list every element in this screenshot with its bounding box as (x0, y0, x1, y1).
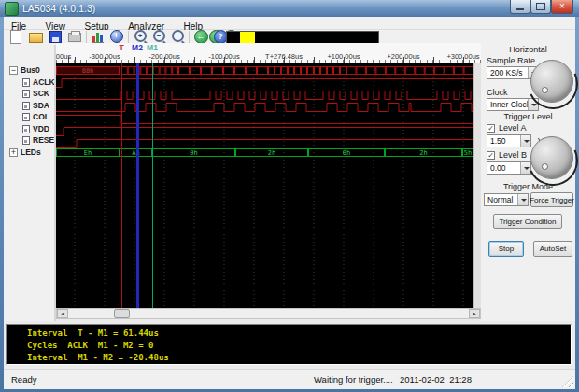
bus-segment-bus0 (275, 67, 281, 75)
signal-icon (22, 113, 30, 121)
tree-label: SCK (33, 89, 49, 98)
save-icon[interactable] (48, 30, 63, 44)
collapse-icon[interactable]: − (9, 66, 18, 75)
level-b-checkbox[interactable]: ✓ (487, 151, 495, 160)
level-a-label: Level A (499, 123, 527, 133)
window-title: LA5034 (4.0.1.3) (22, 3, 95, 14)
autoset-button[interactable]: AutoSet (533, 241, 572, 257)
tree-item-vdd[interactable]: VDD (22, 123, 49, 134)
bus-segment-bus0 (173, 67, 178, 75)
tree-item-sck[interactable]: SCK (22, 88, 49, 99)
horizontal-scrollbar[interactable]: ◄ ► (56, 308, 481, 319)
maximize-button[interactable] (530, 0, 551, 14)
bus-segment-bus0 (153, 67, 159, 75)
trigger-condition-button[interactable]: Trigger Condition (493, 214, 562, 229)
cursor-t[interactable] (121, 63, 122, 308)
horizontal-group-title: Horizontal (481, 45, 575, 54)
bus-segment-bus0 (258, 67, 268, 75)
tree-item-bus0[interactable]: − Bus0 (9, 64, 40, 76)
ruler-label: T+276.48us (265, 52, 303, 61)
ruler-label: -300.00us (89, 52, 120, 61)
level-a-value: 1.50 (490, 136, 506, 146)
bus-value-label: 0h (190, 149, 197, 157)
tree-label: ACLK (33, 77, 55, 87)
measurement-panel: Interval T - M1 = 61.44us Cycles ACLK M1… (6, 324, 572, 365)
cursor-m2[interactable] (136, 63, 139, 308)
cursor-m1[interactable] (152, 63, 153, 308)
minimize-button[interactable] (510, 0, 530, 14)
clock-icon[interactable] (109, 30, 124, 44)
expand-icon[interactable]: + (9, 148, 18, 157)
toolbar-separator (189, 31, 190, 43)
bus-segment-bus0 (122, 67, 128, 75)
trigger-mode-value: Normal (487, 195, 513, 204)
toolbar-separator (86, 31, 87, 43)
scroll-right-icon: ► (472, 311, 477, 316)
resize-grip[interactable] (562, 376, 573, 387)
level-b-select[interactable]: 0.00 (487, 161, 531, 175)
signal-icon (22, 102, 30, 110)
zoom-out-icon[interactable]: − (151, 30, 166, 44)
marker-m2-label[interactable]: M2 (132, 43, 143, 52)
bus-segment-bus0 (376, 67, 385, 75)
trigger-level-group-title: Trigger Level (481, 112, 575, 121)
tree-label: COI (33, 112, 47, 121)
close-button[interactable]: × (551, 0, 573, 14)
tree-item-leds[interactable]: + LEDs (9, 147, 41, 158)
bus-segment-bus0 (445, 67, 453, 75)
status-ready: Ready (11, 374, 36, 385)
level-a-select[interactable]: 1.50 (487, 134, 531, 147)
open-file-icon[interactable] (28, 30, 43, 44)
chart-icon[interactable] (91, 30, 106, 44)
scroll-thumb[interactable] (114, 309, 130, 318)
clock-select[interactable]: Inner Clock (487, 98, 539, 111)
scroll-right-button[interactable]: ► (469, 309, 480, 318)
marker-row: TM2M1 (56, 43, 481, 52)
bus-segment-bus0 (269, 67, 275, 75)
stop-button[interactable]: Stop (488, 241, 524, 257)
tree-label: VDD (33, 124, 49, 133)
vertical-scrollbar[interactable] (473, 63, 481, 308)
bus-segment-bus0 (202, 67, 212, 75)
trigger-mode-select[interactable]: Normal (484, 193, 529, 206)
tree-item-sda[interactable]: SDA (22, 100, 49, 111)
signal-icon (22, 136, 30, 145)
lane-sda (56, 104, 473, 112)
bus-value-label: 5h (464, 149, 472, 157)
ruler-label: -200.00us (148, 52, 179, 61)
ruler-label: +300.00us (446, 52, 479, 61)
ruler-label: +100.00us (327, 52, 360, 61)
signal-tree: − Bus0 ACLK SCK SDA COI VDD RESET + LEDs (4, 45, 55, 321)
trigger-mode-group-title: Trigger Mode (481, 182, 575, 191)
tree-item-aclk[interactable]: ACLK (22, 77, 55, 88)
bus-value-label: Eh (84, 149, 92, 157)
minimize-icon (516, 8, 524, 10)
bus-segment-bus0 (334, 67, 340, 75)
marker-m1-label[interactable]: M1 (147, 43, 158, 52)
lane-aclk (56, 79, 473, 88)
nav-back-icon[interactable]: ← (193, 30, 208, 44)
scroll-left-button[interactable]: ◄ (57, 309, 68, 318)
marker-t-label[interactable]: T (119, 43, 123, 52)
ruler-label: +200.00us (387, 52, 419, 61)
app-icon (5, 2, 19, 16)
sample-rate-value: 200 KS/s (490, 68, 523, 77)
dropdown-arrow-icon[interactable] (520, 135, 530, 147)
level-a-checkbox[interactable]: ✓ (487, 124, 495, 133)
bus-segment-bus0 (308, 67, 314, 75)
zoom-all-icon[interactable] (170, 30, 185, 44)
check-icon: ✓ (487, 151, 494, 160)
waveform-display[interactable]: 88hEhAh0h2h0h2h5h (56, 63, 473, 308)
dropdown-arrow-icon[interactable] (517, 194, 528, 205)
zoom-in-icon[interactable]: + (133, 30, 148, 44)
force-trigger-button[interactable]: Force Trigger (530, 192, 573, 207)
trigger-condition-label: Trigger Condition (499, 217, 556, 226)
clock-value: Inner Clock (490, 100, 530, 109)
status-datetime: 2011-02-02 21:28 (400, 374, 472, 385)
new-file-icon[interactable] (8, 30, 23, 44)
tree-label: SDA (33, 101, 49, 110)
bus-segment-bus0 (289, 67, 294, 75)
tree-item-coi[interactable]: COI (22, 111, 47, 122)
signal-icon (22, 125, 30, 133)
print-icon[interactable] (67, 30, 82, 44)
